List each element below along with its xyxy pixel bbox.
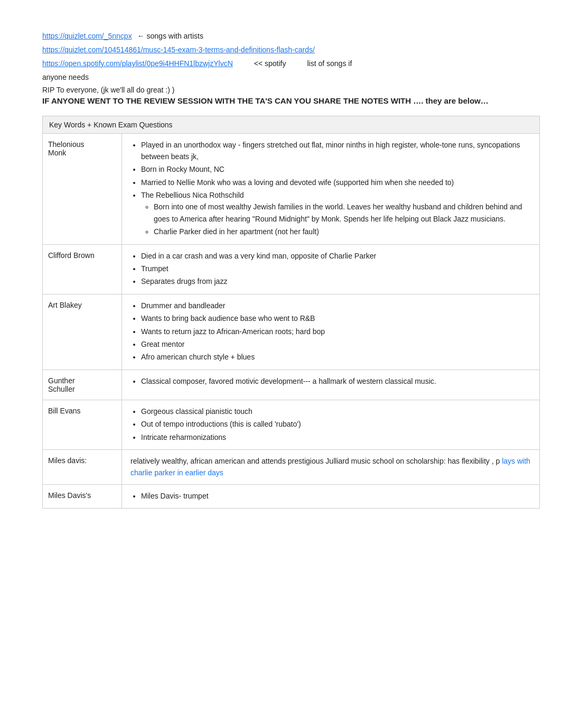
cell-content: Played in an unorthodox way - fingers st…: [122, 134, 539, 244]
cell-content: Gorgeous classical pianistic touchOut of…: [122, 400, 539, 449]
link-line-2: https://quizlet.com/104514861/musc-145-e…: [42, 45, 540, 54]
spotify-label: << spotify: [254, 59, 286, 68]
quizlet-link-1[interactable]: https://quizlet.com/_5nncpx: [42, 32, 132, 40]
list-item: Charlie Parker died in her apartment (no…: [154, 226, 531, 237]
if-anyone-text: IF ANYONE WENT TO THE REVIEW SESSION WIT…: [42, 95, 540, 107]
cell-name: Miles davis:: [43, 450, 122, 484]
cell-content: Drummer and bandleaderWants to bring bac…: [122, 294, 539, 370]
list-item: Separates drugs from jazz: [141, 275, 531, 287]
list-item: Married to Nellie Monk who was a loving …: [141, 177, 531, 188]
table-row: Gunther SchullerClassical composer, favo…: [43, 370, 539, 400]
cell-name: Clifford Brown: [43, 245, 122, 294]
table-row: Thelonious MonkPlayed in an unorthodox w…: [43, 134, 539, 245]
list-item: Born into one of most wealthy Jewish fam…: [154, 201, 531, 225]
cell-name: Bill Evans: [43, 400, 122, 449]
spotify-link[interactable]: https://open.spotify.com/playlist/0pe9i4…: [42, 59, 233, 68]
anyone-needs-text: anyone needs: [42, 73, 540, 81]
list-item: The Rebellious Nica RothschildBorn into …: [141, 189, 531, 238]
arrow-text: ← songs with artists: [137, 32, 203, 40]
plain-text: relatively wealthy, african american and…: [130, 455, 531, 479]
list-item: Wants to return jazz to African-American…: [141, 326, 531, 337]
cell-name: Art Blakey: [43, 294, 122, 370]
list-item: Afro american church style + blues: [141, 351, 531, 363]
list-item: Miles Davis- trumpet: [141, 490, 531, 502]
cell-name: Miles Davis's: [43, 485, 122, 508]
list-item: Trumpet: [141, 263, 531, 274]
table-row: Clifford BrownDied in a car crash and wa…: [43, 245, 539, 294]
list-item: Intricate reharmonizations: [141, 431, 531, 443]
table-row: Miles Davis'sMiles Davis- trumpet: [43, 485, 539, 508]
list-item: Drummer and bandleader: [141, 300, 531, 311]
link-line-3: https://open.spotify.com/playlist/0pe9i4…: [42, 59, 540, 68]
cell-name: Thelonious Monk: [43, 134, 122, 244]
cell-content: relatively wealthy, african american and…: [122, 450, 539, 484]
list-item: Out of tempo introductions (this is call…: [141, 418, 531, 430]
table-row: Miles davis:relatively wealthy, african …: [43, 450, 539, 485]
cell-name: Gunther Schuller: [43, 370, 122, 400]
table-header: Key Words + Known Exam Questions: [43, 116, 539, 134]
table-row: Bill EvansGorgeous classical pianistic t…: [43, 400, 539, 450]
cell-content: Miles Davis- trumpet: [122, 485, 539, 508]
main-table: Key Words + Known Exam Questions Theloni…: [42, 116, 540, 509]
rip-text: RIP To everyone, (jk we'll all do great …: [42, 86, 540, 94]
table-row: Art BlakeyDrummer and bandleaderWants to…: [43, 294, 539, 370]
spotify-extra: list of songs if: [307, 59, 352, 68]
list-item: Born in Rocky Mount, NC: [141, 163, 531, 175]
list-item: Died in a car crash and was a very kind …: [141, 250, 531, 262]
table-body: Thelonious MonkPlayed in an unorthodox w…: [43, 134, 539, 509]
link-line-1: https://quizlet.com/_5nncpx ← songs with…: [42, 32, 540, 40]
cell-content: Classical composer, favored motivic deve…: [122, 370, 539, 400]
quizlet-link-2[interactable]: https://quizlet.com/104514861/musc-145-e…: [42, 45, 315, 54]
list-item: Classical composer, favored motivic deve…: [141, 375, 531, 387]
list-item: Great mentor: [141, 338, 531, 350]
list-item: Gorgeous classical pianistic touch: [141, 406, 531, 417]
list-item: Wants to bring back audience base who we…: [141, 312, 531, 324]
list-item: Played in an unorthodox way - fingers st…: [141, 139, 531, 163]
cell-content: Died in a car crash and was a very kind …: [122, 245, 539, 294]
